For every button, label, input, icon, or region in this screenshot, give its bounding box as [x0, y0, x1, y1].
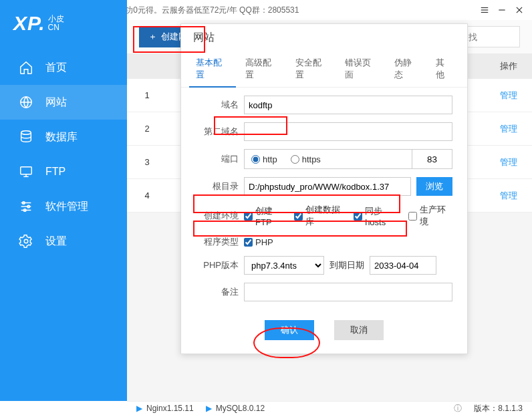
domain-input[interactable] — [244, 96, 452, 114]
menu-icon[interactable] — [479, 4, 491, 16]
note-input[interactable] — [244, 283, 452, 301]
port-label: 端口 — [196, 153, 239, 165]
sidebar-item-db[interactable]: 数据库 — [0, 120, 127, 154]
sidebar-item-globe[interactable]: 网站 — [0, 85, 127, 120]
globe-icon — [19, 95, 33, 110]
prod-check[interactable]: 生产环境 — [408, 204, 452, 228]
logo: XP. 小皮CN — [0, 0, 127, 47]
manage-link[interactable]: 管理 — [485, 190, 532, 202]
port-input[interactable] — [412, 150, 452, 168]
play-icon: ▶ — [136, 404, 142, 413]
sidebar-item-sliders[interactable]: 软件管理 — [0, 189, 127, 224]
ftp-check[interactable]: 创建FTP — [244, 205, 287, 227]
note-label: 备注 — [196, 286, 239, 298]
sidebar-item-gear[interactable]: 设置 — [0, 224, 127, 259]
due-label: 到期日期 — [329, 259, 364, 271]
tab-4[interactable]: 伪静态 — [388, 51, 426, 87]
domain2-input[interactable] — [244, 122, 452, 141]
svg-rect-8 — [21, 167, 32, 174]
manage-link[interactable]: 管理 — [485, 123, 532, 135]
http-radio[interactable]: http — [251, 154, 277, 164]
ver-select[interactable]: php7.3.4nts — [244, 256, 324, 275]
php-check[interactable]: PHP — [244, 237, 273, 247]
manage-link[interactable]: 管理 — [485, 156, 532, 168]
sliders-icon — [19, 199, 33, 214]
db-icon — [19, 130, 33, 144]
tab-1[interactable]: 高级配置 — [239, 51, 285, 87]
status-mysql: MySQL8.0.12 — [216, 404, 265, 413]
manage-link[interactable]: 管理 — [485, 90, 532, 102]
monitor-icon — [19, 164, 33, 179]
root-input[interactable] — [244, 177, 411, 196]
modal-title: 网站 — [181, 24, 467, 51]
info-icon: ⓘ — [454, 403, 462, 414]
gear-icon — [19, 234, 33, 249]
play-icon: ▶ — [206, 404, 212, 413]
ver-label: PHP版本 — [196, 259, 239, 271]
minimize-icon[interactable] — [496, 4, 508, 16]
sidebar-item-home[interactable]: 首页 — [0, 50, 127, 85]
svg-point-7 — [21, 131, 31, 135]
sidebar-item-monitor[interactable]: FTP — [0, 154, 127, 189]
due-input[interactable] — [370, 256, 436, 275]
https-radio[interactable]: https — [291, 154, 321, 164]
domain2-label: 第二域名 — [196, 126, 239, 138]
close-icon[interactable] — [513, 4, 525, 16]
sidebar: XP. 小皮CN 首页网站数据库FTP软件管理设置 — [0, 0, 127, 401]
ok-button[interactable]: 确认 — [265, 320, 314, 340]
db-check[interactable]: 创建数据库 — [294, 204, 347, 228]
tab-0[interactable]: 基本配置 — [189, 51, 236, 88]
domain-label: 域名 — [196, 99, 239, 111]
tab-5[interactable]: 其他 — [429, 51, 459, 87]
browse-button[interactable]: 浏览 — [416, 177, 452, 196]
env-label: 创建环境 — [196, 210, 239, 222]
tab-2[interactable]: 安全配置 — [289, 51, 336, 87]
svg-point-17 — [24, 239, 28, 243]
hosts-check[interactable]: 同步hosts — [354, 205, 401, 227]
tab-3[interactable]: 错误页面 — [338, 51, 385, 87]
prog-label: 程序类型 — [196, 236, 239, 248]
plus-icon: ＋ — [148, 31, 157, 43]
site-modal: 网站 基本配置高级配置安全配置错误页面伪静态其他 域名 第二域名 端口 http… — [180, 23, 468, 354]
cancel-button[interactable]: 取消 — [334, 320, 384, 340]
status-nginx: Nginx1.15.11 — [146, 404, 194, 413]
root-label: 根目录 — [196, 180, 239, 192]
home-icon — [19, 60, 33, 75]
